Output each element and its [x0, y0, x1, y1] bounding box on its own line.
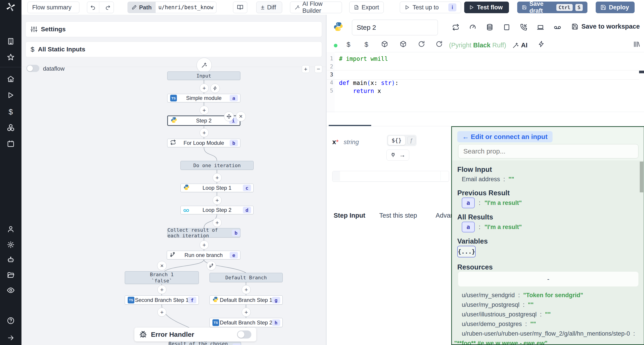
square-icon[interactable]	[503, 24, 510, 32]
flow-node-run-one-branch[interactable]: Run one branch e	[167, 251, 240, 259]
frame-icon[interactable]	[537, 24, 544, 32]
sidebar-item-folders[interactable]	[7, 271, 14, 280]
export-button[interactable]: Export	[349, 1, 384, 13]
resource-row[interactable]: u/ruben-user/u/ruben-user/my_flow_2/g/al…	[462, 330, 635, 337]
flow-node-do-one-iteration[interactable]: Do one iteration	[180, 161, 254, 170]
insert-step-button[interactable]: +	[158, 308, 166, 317]
insert-step-button[interactable]: +	[200, 106, 209, 115]
resource-row[interactable]: u/user/demo_postgres : ""	[462, 321, 536, 328]
step-name-input[interactable]	[352, 20, 438, 35]
previous-result-row[interactable]: a:"I'm a result"	[462, 198, 522, 208]
flow-node-collect-result[interactable]: Collect result of each iteration b	[167, 228, 240, 238]
flow-input-row[interactable]: Email address : ""	[462, 176, 514, 183]
insert-step-button[interactable]: +	[200, 84, 209, 92]
remove-branch-button[interactable]: ×	[157, 261, 166, 270]
sidebar-item-runs[interactable]	[7, 91, 14, 100]
save-to-workspace-button[interactable]: Save to workspace	[572, 23, 640, 30]
insert-step-button[interactable]: +	[213, 173, 222, 182]
all-results-row[interactable]: a:"I'm a result"	[462, 222, 522, 232]
phone-incoming-icon[interactable]	[520, 24, 527, 32]
insert-step-button[interactable]: +	[242, 285, 251, 294]
resource-filter-box[interactable]: -	[458, 272, 638, 287]
fn-mode-button[interactable]: ƒ	[408, 136, 416, 144]
sidebar-item-users[interactable]	[7, 225, 14, 234]
database-icon[interactable]	[486, 24, 493, 32]
windmill-logo[interactable]	[6, 2, 16, 13]
lint-status[interactable]: (Pyright Black Ruff)	[449, 41, 506, 49]
path-label[interactable]: Path	[128, 1, 156, 13]
resource-row[interactable]: u/user/illustrious_postgresql : ""	[462, 311, 551, 318]
sidebar-item-home[interactable]	[7, 75, 14, 84]
resource-row-value[interactable]: "**foo** #e we w wewe - ewe ew"	[454, 340, 548, 345]
trigger-button[interactable]	[210, 84, 220, 93]
insert-step-button[interactable]: +	[242, 308, 251, 317]
flow-node-for-loop[interactable]: For Loop Module b	[167, 139, 240, 147]
sidebar-item-resources[interactable]	[7, 124, 15, 132]
voicemail-icon[interactable]	[554, 24, 561, 32]
flow-node-branch-1[interactable]: Branch 1 `false`	[125, 271, 199, 284]
move-step-button[interactable]	[224, 111, 234, 121]
test-up-to-button[interactable]: Test up to i	[400, 1, 461, 13]
error-handler-bar[interactable]: Error Handler	[134, 328, 256, 342]
arrow-right-icon[interactable]: →	[399, 151, 406, 159]
flow-summary-button[interactable]: Flow summary	[28, 1, 80, 13]
refresh-icon[interactable]	[436, 41, 442, 48]
sidebar-item-variables[interactable]: $	[9, 107, 13, 116]
test-flow-button[interactable]: Test flow	[464, 1, 509, 13]
sidebar-item-workers[interactable]	[7, 256, 14, 265]
scrollbar-thumb[interactable]	[640, 162, 643, 192]
diff-button[interactable]: ± Diff	[256, 1, 282, 13]
library-icon[interactable]	[633, 41, 640, 49]
edit-or-connect-button[interactable]: ← Edit or connect an input	[457, 131, 552, 142]
lightning-icon[interactable]	[538, 41, 545, 48]
resource-row[interactable]: u/user/my_sendgrid : "Token for sendgrid…	[462, 292, 583, 299]
sidebar-item-settings[interactable]	[7, 241, 14, 249]
insert-step-button[interactable]: +	[200, 240, 209, 249]
insert-step-button[interactable]: +	[213, 218, 222, 227]
docs-button[interactable]	[233, 1, 247, 13]
tab-step-input[interactable]: Step Input	[334, 212, 366, 219]
refresh-icon[interactable]	[418, 41, 425, 48]
add-branch-button[interactable]	[206, 261, 216, 270]
tab-test-this-step[interactable]: Test this step	[379, 212, 417, 219]
sidebar-item-help[interactable]	[7, 317, 14, 325]
error-handler-toggle[interactable]	[237, 331, 251, 339]
cache-icon[interactable]	[452, 24, 459, 32]
ai-flow-builder-button[interactable]: AI Flow Builder	[290, 1, 342, 13]
variables-picker[interactable]: $	[346, 41, 350, 48]
deploy-button[interactable]: Deploy	[596, 1, 634, 13]
sidebar-item-workspace[interactable]	[7, 37, 14, 46]
undo-button[interactable]	[87, 2, 99, 13]
flow-node-input[interactable]: Input	[167, 71, 240, 80]
arg-value-input[interactable]	[332, 171, 449, 182]
package-icon[interactable]	[381, 41, 388, 48]
flow-node-loop-step-1[interactable]: Loop Step 1 c	[180, 184, 254, 192]
flow-node-default-branch-step-1[interactable]: Default Branch Step 1 g	[210, 295, 283, 305]
redo-button[interactable]	[102, 2, 114, 13]
expr-mode-button[interactable]: ${}	[388, 136, 405, 145]
insert-step-button[interactable]: +	[158, 285, 166, 294]
sidebar-item-schedules[interactable]	[7, 140, 14, 148]
path-input[interactable]	[156, 1, 216, 13]
flow-input-wand-button[interactable]	[196, 58, 212, 73]
sidebar-item-favorites[interactable]	[7, 53, 14, 62]
resource-row[interactable]: u/user/my_postgresql : ""	[462, 302, 534, 308]
sidebar-item-audit[interactable]	[7, 286, 15, 295]
insert-step-button[interactable]: +	[200, 128, 209, 137]
variables-badge[interactable]: {...}	[457, 246, 476, 257]
flow-node-second-branch-step-1[interactable]: TS Second Branch Step 1 f	[125, 295, 199, 305]
flow-node-loop-step-2[interactable]: GO Loop Step 2 d	[180, 206, 254, 214]
save-draft-button[interactable]: Save draft Ctrl S	[517, 1, 588, 13]
concurrency-icon[interactable]	[469, 24, 476, 32]
flow-node-simple-module[interactable]: TS Simple module a	[167, 94, 240, 102]
resources-picker[interactable]: $	[364, 41, 368, 48]
flow-node-default-branch[interactable]: Default Branch	[210, 273, 283, 282]
sidebar-item-collapse[interactable]	[7, 334, 14, 342]
ai-assistant-button[interactable]: AI	[512, 41, 528, 49]
flow-node-result-chosen-branch[interactable]: Result of the chosen branch e	[168, 342, 241, 345]
insert-step-button[interactable]: +	[213, 196, 222, 205]
code-area[interactable]: # import wmill def main(x: str): return …	[334, 52, 639, 112]
search-prop-input[interactable]	[458, 144, 638, 158]
delete-step-button[interactable]: ×	[236, 111, 246, 121]
package-icon[interactable]	[400, 41, 406, 48]
